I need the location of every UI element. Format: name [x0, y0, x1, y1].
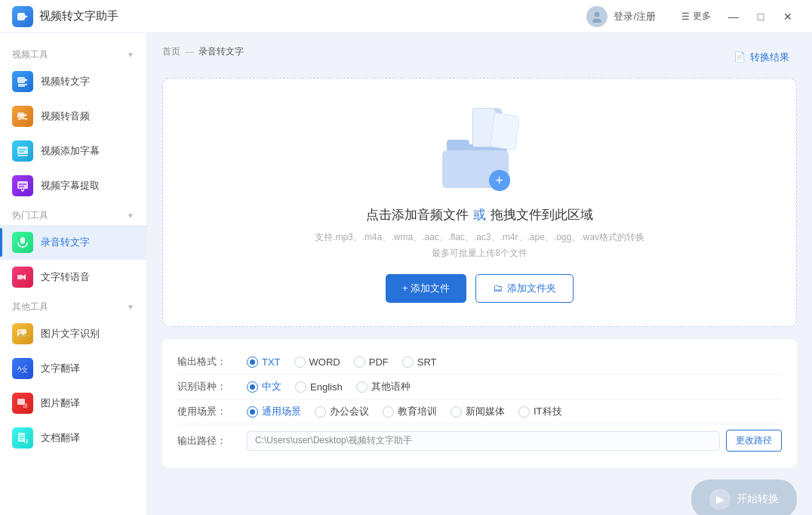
output-format-row: 输出格式： TXT WORD PDF: [177, 350, 782, 375]
sidebar-section-hot: 热门工具 ▼: [0, 203, 146, 225]
scene-education[interactable]: 教育培训: [383, 405, 437, 418]
svg-rect-4: [17, 77, 25, 83]
sidebar-item-video-text[interactable]: 视频转文字: [0, 64, 146, 99]
img-trans-icon: 译: [12, 393, 33, 414]
minimize-button[interactable]: —: [721, 6, 746, 27]
scene-it[interactable]: IT科技: [518, 405, 562, 418]
sidebar-item-img-trans[interactable]: 译 图片翻译: [0, 386, 146, 421]
video-text-icon: [12, 71, 33, 92]
video-sub-icon: [12, 140, 33, 162]
svg-rect-17: [20, 237, 25, 244]
doc-trans-icon: 译: [12, 427, 33, 449]
sidebar-label-video-text: 视频转文字: [41, 75, 90, 88]
breadcrumb: 首页 — 录音转文字: [162, 45, 244, 58]
sidebar-label-audio-text: 录音转文字: [41, 236, 90, 249]
scene-label: 使用场景：: [177, 405, 232, 418]
sidebar-item-text-trans[interactable]: A文 文字翻译: [0, 351, 146, 386]
img-text-icon: [12, 323, 33, 344]
sidebar-label-img-text: 图片文字识别: [41, 327, 100, 341]
app-title: 视频转文字助手: [39, 9, 118, 23]
more-label: 更多: [693, 10, 711, 23]
main-layout: 视频工具 ▼ 视频转文字 视频转音频 视频添加字幕 视频字幕提取: [0, 33, 812, 515]
sidebar-label-text-trans: 文字翻译: [41, 362, 80, 375]
content-area: 首页 — 录音转文字 📄 转换结果 +: [147, 33, 812, 515]
scene-row: 使用场景： 通用场景 办公会议 教育培训: [177, 399, 782, 424]
sidebar-label-video-sub: 视频添加字幕: [41, 144, 100, 158]
audio-text-icon: [12, 232, 33, 253]
sidebar-item-doc-trans[interactable]: 译 文档翻译: [0, 421, 146, 455]
svg-marker-9: [24, 114, 27, 117]
video-audio-icon: [12, 106, 33, 127]
lang-other-label: 其他语种: [371, 380, 411, 393]
folder-icon: 🗂: [493, 282, 503, 294]
lang-cn-label: 中文: [262, 380, 281, 393]
scene-general[interactable]: 通用场景: [247, 405, 301, 418]
sidebar-item-video-extract[interactable]: 视频字幕提取: [0, 168, 146, 203]
format-word[interactable]: WORD: [294, 356, 340, 368]
upload-actions: + 添加文件 🗂 添加文件夹: [386, 274, 574, 303]
add-file-button[interactable]: + 添加文件: [386, 274, 466, 303]
add-folder-label: 添加文件夹: [507, 282, 556, 295]
scene-office-label: 办公会议: [330, 405, 369, 418]
path-input[interactable]: [247, 431, 720, 451]
svg-rect-19: [17, 275, 23, 279]
svg-rect-8: [17, 113, 24, 118]
format-pdf[interactable]: PDF: [354, 356, 389, 368]
radio-en-dot: [295, 381, 306, 393]
lang-chinese[interactable]: 中文: [247, 380, 281, 393]
maximize-button[interactable]: □: [749, 6, 773, 27]
login-label[interactable]: 登录/注册: [614, 10, 656, 23]
more-button[interactable]: ☰ 更多: [674, 7, 718, 26]
upload-title-highlight: 或: [473, 206, 486, 224]
lang-other[interactable]: 其他语种: [356, 380, 411, 393]
upload-zone[interactable]: + 点击添加音频文件 或 拖拽文件到此区域 支持.mp3、.m4a、.wma、.…: [162, 78, 797, 327]
sidebar-item-text-speech[interactable]: 文字转语音: [0, 260, 146, 295]
change-path-button[interactable]: 更改路径: [726, 430, 782, 452]
sidebar-item-img-text[interactable]: 图片文字识别: [0, 316, 146, 351]
svg-text:译: 译: [23, 403, 28, 409]
upload-title-part1: 点击添加音频文件: [366, 206, 469, 224]
video-extract-icon: [12, 175, 33, 196]
format-srt[interactable]: SRT: [402, 356, 437, 368]
breadcrumb-sep: —: [185, 47, 194, 57]
sidebar-label-video-extract: 视频字幕提取: [41, 179, 100, 193]
format-txt[interactable]: TXT: [247, 356, 281, 368]
upload-subtitle: 支持.mp3、.m4a、.wma、.aac、.flac、.ac3、.m4r、.a…: [315, 230, 644, 261]
format-srt-label: SRT: [417, 356, 437, 368]
sidebar-label-video-audio: 视频转音频: [41, 109, 90, 123]
language-label: 识别语种：: [177, 380, 232, 393]
language-row: 识别语种： 中文 English 其他语种: [177, 375, 782, 399]
radio-edu-dot: [383, 406, 394, 418]
sidebar-item-video-audio[interactable]: 视频转音频: [0, 99, 146, 134]
lang-english[interactable]: English: [295, 381, 343, 393]
app-logo: [12, 6, 33, 27]
result-button[interactable]: 📄 转换结果: [726, 48, 797, 67]
scene-news[interactable]: 新闻媒体: [451, 405, 505, 418]
radio-srt-dot: [402, 356, 414, 368]
scene-office[interactable]: 办公会议: [315, 405, 369, 418]
radio-other-dot: [356, 381, 368, 393]
svg-point-2: [595, 11, 600, 17]
radio-pdf-dot: [354, 356, 365, 368]
breadcrumb-home[interactable]: 首页: [162, 45, 180, 58]
svg-marker-1: [25, 15, 28, 18]
sidebar-item-audio-text[interactable]: 录音转文字: [0, 225, 146, 260]
svg-point-3: [592, 18, 601, 23]
upload-title: 点击添加音频文件 或 拖拽文件到此区域: [366, 206, 593, 224]
svg-point-22: [19, 331, 21, 333]
radio-it-dot: [518, 406, 530, 418]
format-pdf-label: PDF: [369, 356, 389, 368]
add-folder-button[interactable]: 🗂 添加文件夹: [475, 274, 574, 303]
sidebar-item-video-sub[interactable]: 视频添加字幕: [0, 134, 146, 168]
text-speech-icon: [12, 267, 33, 288]
close-button[interactable]: ✕: [776, 6, 800, 27]
radio-word-dot: [294, 356, 306, 368]
format-word-label: WORD: [309, 356, 340, 368]
sidebar-section-video: 视频工具 ▼: [0, 42, 146, 64]
breadcrumb-current: 录音转文字: [198, 45, 244, 58]
menu-icon: ☰: [681, 11, 690, 22]
upload-subtitle-line1: 支持.mp3、.m4a、.wma、.aac、.flac、.ac3、.m4r、.a…: [315, 230, 644, 245]
start-convert-button[interactable]: ▶ 开始转换: [691, 480, 797, 515]
options-panel: 输出格式： TXT WORD PDF: [162, 339, 797, 467]
sidebar-label-img-trans: 图片翻译: [41, 396, 80, 410]
